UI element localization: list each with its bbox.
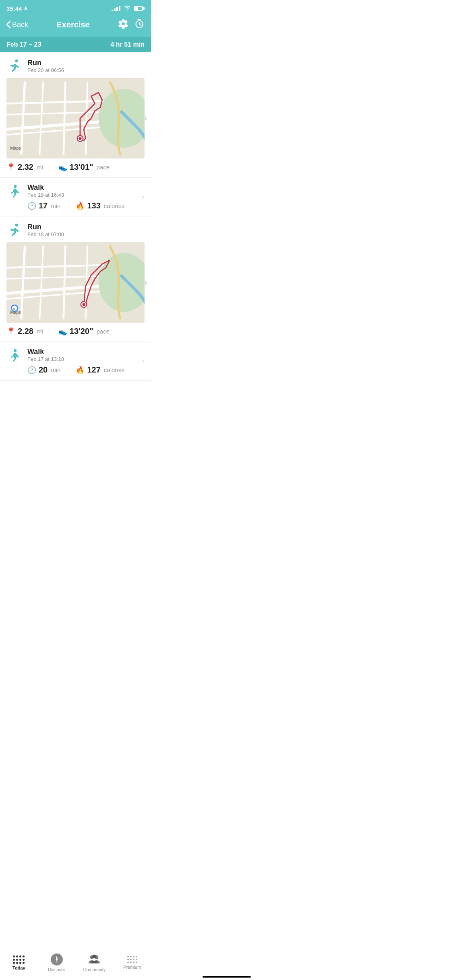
- run2-distance: 📍 2.28 mi: [6, 327, 43, 336]
- svg-point-28: [82, 303, 85, 306]
- run1-type: Run: [27, 59, 64, 67]
- walk-icon: [6, 183, 23, 200]
- walk1-duration: 🕐 17 min: [27, 201, 60, 210]
- fire2-icon: 🔥: [76, 366, 85, 375]
- run2-type: Run: [27, 223, 64, 231]
- svg-point-1: [15, 60, 18, 62]
- walk1-left: Walk Feb 19 at 16:43 🕐 17 min 🔥 133 calo…: [6, 183, 137, 210]
- run2-stats: 📍 2.28 mi 👟 13'20" pace: [6, 327, 145, 336]
- run2-chevron-icon: ›: [145, 278, 147, 287]
- walk2-info: Walk Feb 17 at 13:18 🕐 20 min 🔥 127 calo…: [27, 348, 137, 375]
- walk2-calories: 🔥 127 calories: [76, 365, 124, 375]
- run1-map: Maps: [6, 78, 145, 159]
- run-icon: [6, 58, 23, 74]
- walk2-duration: 🕐 20 min: [27, 365, 60, 375]
- run1-map-wrapper[interactable]: Maps ›: [6, 78, 145, 159]
- run2-icon: [6, 222, 23, 238]
- run1-chevron-icon: ›: [145, 114, 147, 123]
- walk2-left: Walk Feb 17 at 13:18 🕐 20 min 🔥 127 calo…: [6, 348, 137, 375]
- date-bar: Feb 17 – 23 4 hr 51 min: [0, 37, 151, 52]
- status-left: 15:44: [6, 5, 28, 12]
- back-label: Back: [12, 21, 28, 29]
- date-range: Feb 17 – 23: [6, 41, 41, 48]
- run2-pace: 👟 13'20" pace: [58, 327, 110, 336]
- walk1-calories: 🔥 133 calories: [76, 201, 124, 210]
- walk1-info: Walk Feb 19 at 16:43 🕐 17 min 🔥 133 calo…: [27, 183, 137, 210]
- status-bar: 15:44: [0, 0, 151, 15]
- walk1-entry: Walk Feb 19 at 16:43 🕐 17 min 🔥 133 calo…: [6, 183, 145, 210]
- svg-point-16: [15, 224, 18, 226]
- status-right: [112, 5, 145, 12]
- timer-icon[interactable]: [134, 19, 145, 31]
- fire-icon: 🔥: [76, 202, 85, 210]
- clock2-icon: 🕐: [27, 366, 36, 375]
- shoe2-icon: 👟: [58, 327, 67, 336]
- run1-distance: 📍 2.32 mi: [6, 163, 43, 172]
- activity-run2[interactable]: Run Feb 18 at 07:00: [0, 216, 151, 342]
- location-pin-icon: 📍: [6, 163, 15, 172]
- location-pin2-icon: 📍: [6, 327, 15, 336]
- back-button[interactable]: Back: [6, 21, 28, 29]
- svg-text:G: G: [13, 307, 15, 311]
- run1-pace: 👟 13'01" pace: [58, 163, 110, 172]
- run2-map-wrapper[interactable]: Maps G ›: [6, 242, 145, 323]
- walk1-stats: 🕐 17 min 🔥 133 calories: [27, 201, 137, 210]
- walk2-entry: Walk Feb 17 at 13:18 🕐 20 min 🔥 127 calo…: [6, 348, 145, 375]
- header: Back Exercise: [0, 15, 151, 37]
- run1-stats: 📍 2.32 mi 👟 13'01" pace: [6, 163, 145, 172]
- clock-icon: 🕐: [27, 202, 36, 210]
- walk2-type: Walk: [27, 348, 137, 356]
- settings-icon[interactable]: [118, 19, 128, 31]
- activity-walk2[interactable]: Walk Feb 17 at 13:18 🕐 20 min 🔥 127 calo…: [0, 342, 151, 381]
- activity-walk1[interactable]: Walk Feb 19 at 16:43 🕐 17 min 🔥 133 calo…: [0, 178, 151, 216]
- run1-info: Run Feb 20 at 06:56: [27, 59, 64, 73]
- svg-point-13: [79, 137, 81, 140]
- location-icon: [23, 6, 28, 11]
- walk1-type: Walk: [27, 183, 137, 192]
- battery-icon: [134, 6, 145, 11]
- run1-header: Run Feb 20 at 06:56: [6, 58, 145, 74]
- header-icons: [118, 19, 145, 31]
- wifi-icon: [124, 5, 131, 12]
- svg-point-33: [14, 349, 17, 352]
- walk2-chevron-icon: ›: [142, 357, 145, 365]
- walk1-chevron-icon: ›: [142, 193, 145, 201]
- shoe-icon: 👟: [58, 163, 67, 172]
- activity-run1[interactable]: Run Feb 20 at 06:56: [0, 52, 151, 178]
- time-display: 15:44: [6, 5, 22, 12]
- walk2-time: Feb 17 at 13:18: [27, 356, 137, 362]
- run2-map: Maps G: [6, 242, 145, 323]
- walk2-stats: 🕐 20 min 🔥 127 calories: [27, 365, 137, 375]
- activity-list: Run Feb 20 at 06:56: [0, 52, 151, 413]
- svg-text:Maps: Maps: [10, 146, 21, 150]
- run1-time: Feb 20 at 06:56: [27, 67, 64, 73]
- run2-header: Run Feb 18 at 07:00: [6, 222, 145, 238]
- walk1-time: Feb 19 at 16:43: [27, 192, 137, 198]
- run2-info: Run Feb 18 at 07:00: [27, 223, 64, 237]
- run2-time: Feb 18 at 07:00: [27, 231, 64, 237]
- page-title: Exercise: [56, 20, 89, 29]
- svg-point-15: [14, 185, 17, 188]
- signal-icon: [112, 6, 120, 11]
- walk2-icon: [6, 348, 23, 364]
- total-time: 4 hr 51 min: [111, 41, 145, 48]
